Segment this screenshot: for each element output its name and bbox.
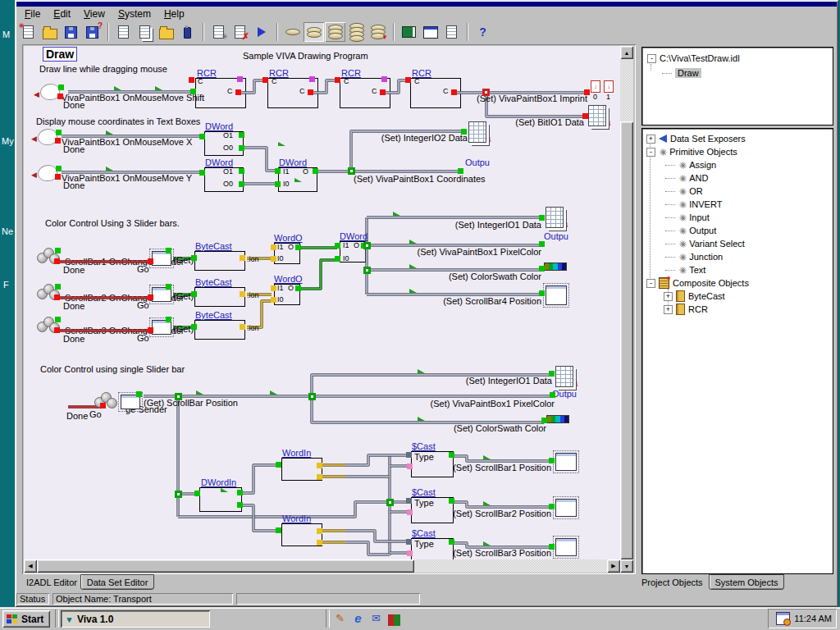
tree-item-bytecast[interactable]: + ByteCast — [664, 290, 725, 302]
junction[interactable] — [308, 393, 316, 400]
port[interactable] — [295, 285, 301, 291]
collapse-icon[interactable]: - — [647, 54, 656, 63]
scrollbar-window-icon[interactable] — [555, 453, 577, 471]
port[interactable] — [275, 168, 281, 174]
port[interactable] — [539, 266, 545, 272]
colorswath-icon[interactable] — [546, 415, 569, 423]
desktop-icon-label[interactable]: Ne — [2, 226, 13, 236]
bit1-icon[interactable]: ↓ — [604, 80, 614, 93]
port[interactable] — [271, 244, 276, 250]
port[interactable] — [549, 544, 555, 550]
port[interactable] — [461, 129, 467, 135]
collapse-icon[interactable]: - — [646, 148, 655, 157]
scroll-right-button[interactable]: ▶ — [607, 559, 620, 573]
tree-item-file[interactable]: - C:\Viva\TestDraw.idl — [647, 52, 740, 64]
scroll-up-button[interactable]: ▲ — [620, 46, 633, 59]
save-as-button[interactable]: ? — [82, 22, 103, 42]
port[interactable] — [451, 89, 457, 95]
library-button[interactable] — [399, 22, 419, 42]
horizontal-scrollbar[interactable]: ◀ ▶ — [24, 559, 620, 573]
port[interactable] — [166, 248, 171, 253]
port[interactable] — [55, 138, 61, 144]
port[interactable] — [539, 241, 545, 247]
port[interactable] — [550, 392, 555, 398]
port[interactable] — [335, 256, 340, 262]
expand-icon[interactable]: + — [646, 135, 655, 144]
port[interactable] — [539, 290, 545, 296]
scrollbar-window-icon[interactable] — [555, 499, 577, 517]
port[interactable] — [381, 76, 387, 82]
port[interactable] — [189, 77, 194, 83]
notepad-shortcut-icon[interactable]: ✎ — [331, 609, 349, 627]
glue-button[interactable] — [177, 22, 198, 42]
media-shortcut-icon[interactable] — [386, 611, 403, 628]
dataset-io-icon[interactable] — [588, 105, 606, 126]
desktop-icon-label[interactable]: M — [2, 30, 10, 39]
port[interactable] — [317, 540, 322, 546]
internet-explorer-icon[interactable]: e — [349, 609, 367, 627]
tree-item-exposers[interactable]: + Data Set Exposers — [646, 133, 746, 144]
mail-icon[interactable]: ✉ — [368, 609, 385, 627]
port[interactable] — [56, 130, 62, 135]
port[interactable] — [295, 244, 301, 250]
port[interactable] — [309, 76, 315, 82]
port[interactable] — [237, 76, 243, 82]
stop-translate-button[interactable]: ✗ — [230, 22, 250, 42]
port[interactable] — [190, 89, 196, 94]
tree-item[interactable]: ✳Output — [665, 225, 716, 236]
port[interactable] — [166, 317, 171, 322]
tree-item[interactable]: ✳Text — [665, 264, 705, 276]
port[interactable] — [271, 256, 276, 262]
dataset-io-icon[interactable] — [468, 121, 486, 143]
port[interactable] — [100, 403, 106, 409]
dataset-io-icon[interactable] — [546, 207, 564, 228]
port[interactable] — [549, 371, 555, 377]
port[interactable] — [449, 539, 454, 545]
port[interactable] — [237, 502, 243, 508]
port[interactable] — [237, 490, 243, 495]
start-button[interactable]: Start — [2, 610, 50, 628]
tree-item-composite[interactable]: - Composite Objects — [646, 277, 749, 289]
port[interactable] — [539, 215, 545, 221]
desktop-icon-label[interactable]: F — [3, 280, 9, 290]
port[interactable] — [335, 77, 340, 83]
port[interactable] — [582, 113, 588, 119]
tree-item[interactable]: ✳Variant Select — [665, 238, 745, 249]
port[interactable] — [271, 297, 276, 303]
port[interactable] — [549, 504, 555, 509]
new-page-button[interactable] — [441, 22, 462, 42]
port[interactable] — [199, 134, 205, 139]
port[interactable] — [54, 294, 60, 300]
junction[interactable] — [175, 393, 182, 400]
tree-item-draw[interactable]: Draw — [662, 67, 701, 79]
port[interactable] — [276, 462, 281, 468]
tab-project-objects[interactable]: Project Objects — [641, 578, 703, 587]
tree-item[interactable]: ✳Input — [665, 212, 710, 223]
expand-icon[interactable]: + — [664, 305, 673, 314]
port[interactable] — [541, 418, 547, 423]
port[interactable] — [235, 89, 241, 95]
port[interactable] — [317, 463, 322, 468]
layer1-button[interactable] — [282, 22, 303, 42]
port[interactable] — [191, 255, 197, 261]
tree-item-rcr[interactable]: + RCR — [664, 304, 708, 315]
port[interactable] — [54, 327, 60, 333]
layer4-button[interactable] — [346, 22, 367, 42]
scrollbar-thumb[interactable] — [620, 121, 633, 559]
junction[interactable] — [363, 242, 371, 249]
tree-item[interactable]: ✳Assign — [665, 159, 716, 171]
dataset-io-icon[interactable] — [555, 366, 573, 387]
port[interactable] — [449, 498, 454, 504]
port[interactable] — [406, 539, 412, 545]
tree-item[interactable]: ✳OR — [665, 185, 703, 197]
port[interactable] — [240, 324, 245, 330]
port[interactable] — [239, 168, 244, 174]
port[interactable] — [240, 255, 245, 261]
menu-system[interactable]: System — [112, 7, 158, 21]
diagram-canvas[interactable]: Draw Sample VIVA Drawing Program Draw li… — [24, 46, 620, 559]
port[interactable] — [407, 509, 413, 515]
task-viva-button[interactable]: ▼ Viva 1.0 — [61, 610, 210, 628]
port[interactable] — [199, 170, 205, 176]
paste-sheet-button[interactable] — [156, 22, 176, 42]
port[interactable] — [56, 166, 62, 171]
